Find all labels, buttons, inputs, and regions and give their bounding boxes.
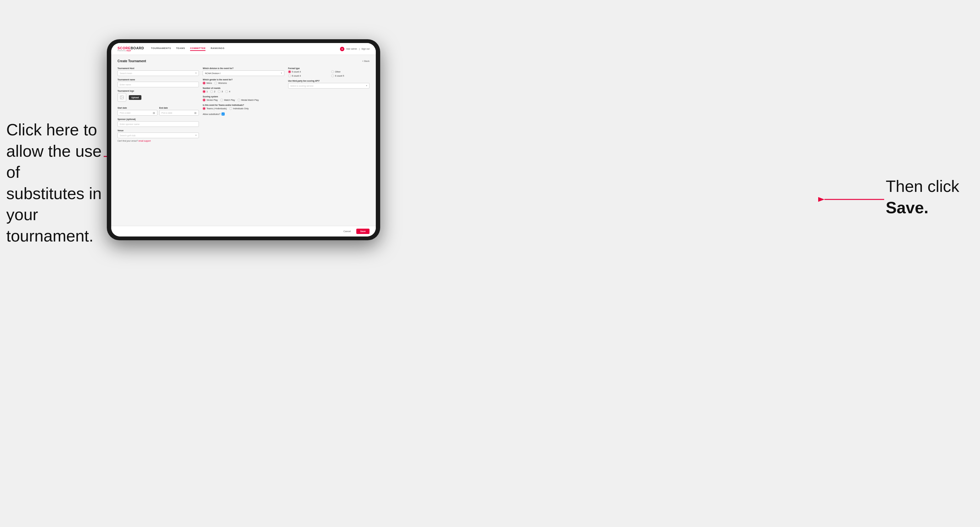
gender-radio-group: Mens Womens <box>203 82 284 84</box>
venue-label: Venue <box>118 129 199 132</box>
gender-mens-option[interactable]: Mens <box>203 82 212 84</box>
format-other-label: Other <box>335 71 340 73</box>
teams-plus-option[interactable]: Teams (+Individuals) <box>203 107 226 110</box>
round-4-radio[interactable] <box>225 90 228 93</box>
scoring-stroke-radio[interactable] <box>203 98 205 102</box>
gender-mens-radio[interactable] <box>203 82 205 84</box>
division-select[interactable]: NCAA Division I ▾ <box>203 70 284 76</box>
scoring-match-option[interactable]: Match Play <box>220 98 235 102</box>
round-2-option[interactable]: 2 <box>210 90 215 93</box>
venue-group: Venue Search golf club ▾ Can't find your… <box>118 129 199 142</box>
round-3-option[interactable]: 3 <box>218 90 223 93</box>
round-1-option[interactable]: 1 <box>203 90 208 93</box>
scoring-api-group: Use third-party live scoring API? Select… <box>288 80 369 89</box>
gender-group: Which gender is the event for? Mens Wome… <box>203 78 284 84</box>
format-6count4-label: 6 count 4 <box>292 75 301 77</box>
end-date-calendar-icon: ▦ <box>194 111 197 114</box>
substitutes-label: Allow substitutes? <box>203 113 220 115</box>
division-chevron-icon: ▾ <box>281 72 282 75</box>
scoring-stroke-option[interactable]: Stroke Play <box>203 98 218 102</box>
gender-womens-radio[interactable] <box>214 82 217 84</box>
teams-plus-radio[interactable] <box>203 107 205 110</box>
page-footer: Cancel Save <box>111 226 376 237</box>
end-date-group: End date Pick a date ▦ <box>159 104 199 116</box>
round-2-radio[interactable] <box>210 90 213 93</box>
format-6count5-radio[interactable] <box>331 75 334 77</box>
tournament-host-group: Tournament Host Search team ▾ <box>118 67 199 76</box>
round-3-label: 3 <box>221 90 223 93</box>
nav-teams[interactable]: TEAMS <box>176 47 185 51</box>
tournament-name-group: Tournament name Enter name <box>118 78 199 87</box>
teams-individuals-group: Is this event for Teams and/or Individua… <box>203 104 284 110</box>
upload-button[interactable]: Upload <box>129 95 142 100</box>
tournament-host-input[interactable]: Search team ▾ <box>118 70 199 76</box>
nav-signout[interactable]: Sign out <box>361 48 369 50</box>
format-6count4-option[interactable]: 6 count 4 <box>288 75 326 77</box>
format-type-group: Format type 5 count 4 Other <box>288 67 369 77</box>
tournament-name-placeholder: Enter name <box>120 84 131 86</box>
format-5count4-radio[interactable] <box>288 70 291 73</box>
gender-label: Which gender is the event for? <box>203 78 284 81</box>
scoring-medal-option[interactable]: Medal Match Play <box>237 98 259 102</box>
round-1-radio[interactable] <box>203 90 205 93</box>
sponsor-placeholder: Enter sponsor name <box>120 123 140 125</box>
venue-chevron-icon: ▾ <box>196 134 197 137</box>
cancel-button[interactable]: Cancel <box>340 229 354 234</box>
gender-womens-option[interactable]: Womens <box>214 82 227 84</box>
round-4-option[interactable]: 4 <box>225 90 230 93</box>
format-type-label: Format type <box>288 67 369 70</box>
teams-individuals-label: Is this event for Teams and/or Individua… <box>203 104 284 106</box>
venue-note: Can't find your venue? email support <box>118 140 199 142</box>
division-value: NCAA Division I <box>205 72 220 75</box>
gender-mens-label: Mens <box>207 82 212 84</box>
format-other-radio[interactable] <box>331 70 334 73</box>
scoring-system-radio-group: Stroke Play Match Play Medal Match Play <box>203 98 284 102</box>
nav-tournaments[interactable]: TOURNAMENTS <box>151 47 171 51</box>
format-5count4-label: 5 count 4 <box>292 71 301 73</box>
tournament-host-label: Tournament Host <box>118 67 199 70</box>
venue-input[interactable]: Search golf club ▾ <box>118 133 199 138</box>
substitutes-group: Allow substitutes? <box>203 113 284 116</box>
scoring-api-select[interactable]: Select a scoring service ▾ <box>288 83 369 89</box>
round-4-label: 4 <box>229 90 230 93</box>
individuals-only-option[interactable]: Individuals Only <box>229 107 248 110</box>
substitutes-checkbox[interactable] <box>221 113 225 116</box>
format-6count5-option[interactable]: 6 count 5 <box>331 75 369 77</box>
rounds-label: Number of rounds <box>203 87 284 89</box>
scoring-api-placeholder: Select a scoring service <box>290 85 313 87</box>
page-header: Create Tournament < Back <box>118 59 369 63</box>
round-3-radio[interactable] <box>218 90 221 93</box>
sponsor-group: Sponsor (optional) Enter sponsor name <box>118 118 199 127</box>
nav-separator: | <box>359 48 360 50</box>
back-link[interactable]: < Back <box>362 60 369 62</box>
scoring-match-radio[interactable] <box>220 98 223 102</box>
end-date-placeholder: Pick a date <box>162 112 172 114</box>
round-1-label: 1 <box>207 90 208 93</box>
sponsor-input[interactable]: Enter sponsor name <box>118 121 199 127</box>
nav-avatar: B <box>340 47 344 51</box>
scoring-medal-radio[interactable] <box>237 98 240 102</box>
tablet-screen: SCOREBOARD Powered by clippd TOURNAMENTS… <box>111 43 376 237</box>
format-other-option[interactable]: Other <box>331 70 369 73</box>
individuals-only-label: Individuals Only <box>233 107 248 110</box>
format-6count4-radio[interactable] <box>288 75 291 77</box>
scoring-match-label: Match Play <box>224 99 235 101</box>
tournament-name-input[interactable]: Enter name <box>118 82 199 87</box>
logo-black-text: BOARD <box>131 46 144 50</box>
nav-rankings[interactable]: RANKINGS <box>210 47 224 51</box>
scoring-stroke-label: Stroke Play <box>207 99 218 101</box>
date-row: Start date Pick a date ▦ End date Pick a… <box>118 104 199 116</box>
start-date-input[interactable]: Pick a date ▦ <box>118 110 158 116</box>
save-button[interactable]: Save <box>356 229 369 234</box>
end-date-input[interactable]: Pick a date ▦ <box>159 110 199 116</box>
individuals-only-radio[interactable] <box>229 107 232 110</box>
format-options-grid: 5 count 4 Other 6 count 4 <box>288 70 369 77</box>
arrow-right <box>818 190 887 209</box>
page-title: Create Tournament <box>118 59 146 63</box>
nav-committee[interactable]: COMMITTEE <box>190 47 206 51</box>
format-6count5-label: 6 count 5 <box>335 75 344 77</box>
format-5count4-option[interactable]: 5 count 4 <box>288 70 326 73</box>
start-date-label: Start date <box>118 107 127 109</box>
venue-email-link[interactable]: email support <box>138 140 151 142</box>
logo-area: SCOREBOARD Powered by clippd <box>118 46 144 51</box>
